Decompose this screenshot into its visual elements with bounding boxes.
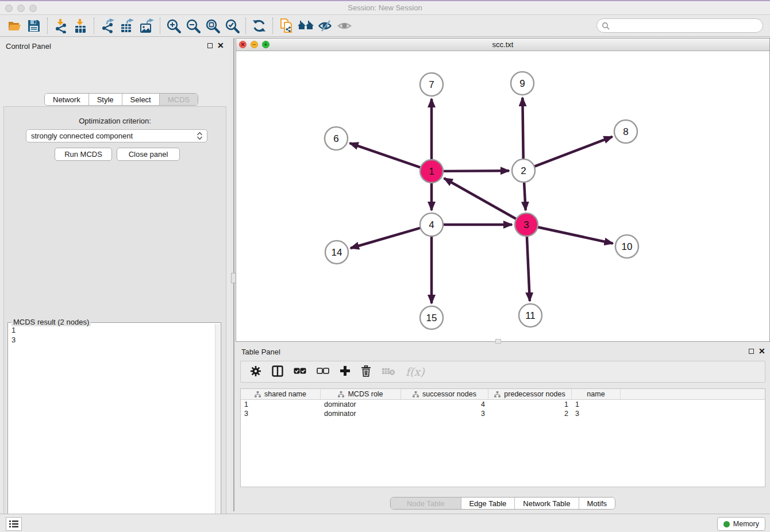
cell-predecessor-nodes[interactable]: 2 (488, 409, 572, 418)
graph-node-3[interactable]: 3 (515, 213, 538, 236)
import-table-button[interactable] (71, 17, 90, 34)
svg-text:11: 11 (525, 310, 536, 321)
close-panel-button[interactable]: Close panel (117, 148, 180, 161)
hide-selected-button[interactable] (315, 17, 335, 34)
eye-icon (337, 19, 353, 33)
float-table-panel-icon[interactable] (749, 349, 754, 354)
column-header-successor-nodes[interactable]: successor nodes (401, 389, 488, 399)
import-network-button[interactable] (51, 17, 71, 34)
export-image-button[interactable] (137, 17, 156, 34)
export-table-button[interactable] (117, 17, 137, 34)
svg-text:3: 3 (523, 219, 529, 230)
tab-style[interactable]: Style (89, 94, 122, 105)
memory-button[interactable]: Memory (717, 517, 765, 531)
horizontal-divider-handle[interactable] (495, 339, 501, 344)
add-column-button[interactable] (340, 365, 351, 378)
cell-name[interactable]: 3 (572, 409, 621, 418)
graph-edge-3-10[interactable] (538, 227, 613, 243)
result-scrollbar[interactable] (215, 324, 220, 532)
tab-node-table[interactable]: Node Table (391, 498, 461, 509)
column-header-name[interactable]: name (572, 389, 621, 399)
graph-node-9[interactable]: 9 (511, 72, 534, 95)
zoom-out-button[interactable] (183, 17, 203, 34)
deselect-all-columns-button[interactable] (317, 368, 329, 376)
zoom-selected-button[interactable] (222, 17, 242, 34)
cell-shared-name[interactable]: 1 (241, 400, 321, 409)
table-toolbar: f(x) (240, 361, 765, 383)
network-window-titlebar[interactable]: ✕ − + scc.txt (236, 38, 769, 51)
graph-edge-1-6[interactable] (350, 143, 421, 167)
mcds-result-list[interactable]: 1 3 (8, 325, 214, 532)
show-columns-button[interactable] (272, 365, 283, 379)
first-neighbors-button[interactable] (296, 17, 315, 34)
graph-node-2[interactable]: 2 (512, 159, 535, 182)
hierarchy-icon (338, 391, 344, 398)
tab-network-table[interactable]: Network Table (515, 498, 579, 509)
apply-layout-button[interactable] (249, 17, 269, 34)
graph-edge-2-8[interactable] (534, 137, 613, 167)
cell-successor-nodes[interactable]: 3 (401, 409, 488, 418)
new-network-from-selection-button[interactable] (276, 17, 296, 34)
function-builder-button[interactable]: f(x) (406, 365, 425, 378)
tab-select[interactable]: Select (122, 94, 160, 105)
delete-column-button[interactable] (361, 365, 371, 379)
show-all-button[interactable] (335, 17, 355, 34)
run-mcds-button[interactable]: Run MCDS (55, 148, 112, 161)
float-panel-icon[interactable] (207, 43, 213, 48)
open-session-button[interactable] (5, 17, 24, 34)
graph-node-8[interactable]: 8 (614, 120, 637, 143)
cell-successor-nodes[interactable]: 4 (401, 400, 488, 409)
cell-shared-name[interactable]: 3 (241, 409, 321, 418)
graph-node-14[interactable]: 14 (325, 241, 348, 264)
save-session-button[interactable] (24, 17, 44, 34)
table-settings-button[interactable] (250, 365, 261, 379)
cell-mcds-role[interactable]: dominator (321, 409, 401, 418)
toolbar-separator (47, 18, 48, 34)
network-graph-canvas[interactable]: 7968124314101511 (236, 51, 769, 341)
graph-edge-2-3[interactable] (524, 182, 526, 210)
table-row[interactable]: 1 dominator 4 1 1 (241, 400, 765, 409)
houses-icon (297, 18, 314, 33)
graph-edge-2-9[interactable] (522, 98, 523, 159)
column-header-predecessor-nodes[interactable]: predecessor nodes (488, 389, 572, 399)
criterion-select[interactable]: strongly connected component (26, 129, 207, 142)
tab-network[interactable]: Network (45, 94, 89, 105)
tab-mcds[interactable]: MCDS (160, 94, 198, 105)
graph-edge-4-14[interactable] (351, 228, 421, 248)
table-row[interactable]: 3 dominator 3 2 3 (241, 409, 765, 418)
cell-predecessor-nodes[interactable]: 1 (488, 400, 572, 409)
graph-edge-3-11[interactable] (527, 236, 530, 301)
node-table[interactable]: shared name MCDS role successor nodes pr… (240, 388, 765, 487)
graph-node-4[interactable]: 4 (420, 213, 443, 236)
graph-edge-3-1[interactable] (444, 178, 517, 219)
task-history-button[interactable] (6, 517, 22, 531)
tab-edge-table[interactable]: Edge Table (461, 498, 515, 509)
cell-mcds-role[interactable]: dominator (321, 400, 401, 409)
column-header-mcds-role[interactable]: MCDS role (321, 389, 401, 399)
zoom-in-button[interactable] (164, 17, 183, 34)
export-network-icon (100, 18, 115, 33)
select-all-columns-button[interactable] (294, 368, 306, 376)
svg-text:8: 8 (623, 126, 628, 137)
graph-edge-1-2[interactable] (443, 171, 509, 171)
graph-node-10[interactable]: 10 (615, 235, 638, 258)
graph-node-7[interactable]: 7 (420, 73, 443, 96)
graph-node-1[interactable]: 1 (420, 160, 443, 183)
delete-table-button[interactable] (382, 367, 395, 377)
refresh-icon (252, 18, 267, 33)
graph-node-6[interactable]: 6 (325, 127, 348, 150)
new-network-from-selection-icon (278, 18, 294, 34)
tab-motifs[interactable]: Motifs (579, 498, 615, 509)
search-input[interactable] (613, 21, 763, 30)
close-panel-icon[interactable]: ✕ (217, 41, 224, 50)
export-network-button[interactable] (98, 17, 117, 34)
column-header-shared-name[interactable]: shared name (241, 389, 321, 399)
zoom-fit-button[interactable] (203, 17, 222, 34)
search-box[interactable] (596, 18, 763, 33)
save-floppy-icon (27, 19, 41, 33)
graph-node-11[interactable]: 11 (519, 304, 542, 327)
graph-node-15[interactable]: 15 (420, 306, 443, 329)
zoom-selected-icon (224, 18, 240, 34)
close-table-panel-icon[interactable]: ✕ (759, 346, 765, 356)
cell-name[interactable]: 1 (572, 400, 621, 409)
